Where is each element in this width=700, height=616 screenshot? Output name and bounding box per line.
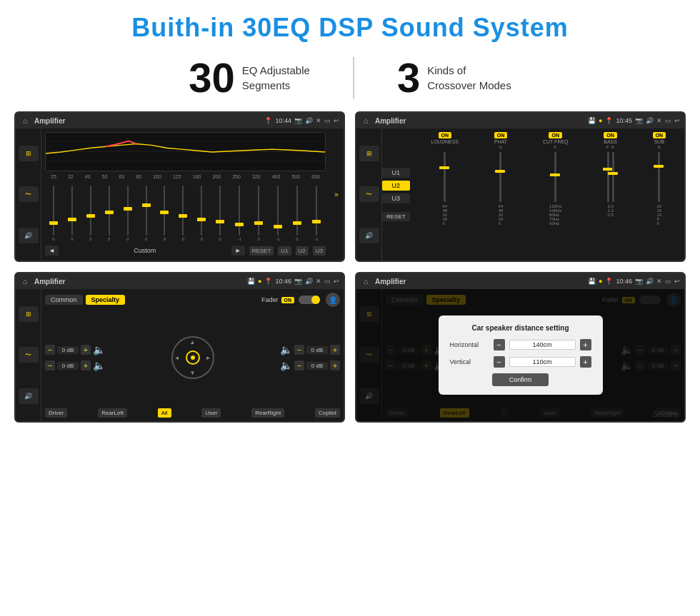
xo-close-icon[interactable]: ✕ [656,117,662,124]
spd-home-icon[interactable]: ⌂ [361,276,371,286]
eq-slider-13[interactable]: 0 [296,186,298,243]
xo-bass-on[interactable]: ON [604,132,617,138]
eq-slider-10[interactable]: -1 [238,186,241,243]
sp-ch3-plus[interactable]: + [330,345,340,355]
eq-u2-btn[interactable]: U2 [296,246,309,256]
sp-sidebar-btn-1[interactable]: ⊞ [19,306,39,322]
sp-ch2-plus[interactable]: + [81,360,91,370]
sp-all-btn[interactable]: All [158,408,171,418]
sp-ch3: 🔈 − 0 dB + [280,344,340,355]
xo-u3-btn[interactable]: U3 [382,193,410,203]
minimize-icon[interactable]: ▭ [324,117,331,124]
xo-min-icon[interactable]: ▭ [665,117,671,124]
eq-slider-12[interactable]: -1 [276,186,279,243]
sp-ch2-minus[interactable]: − [45,360,55,370]
eq-sidebar-btn-2[interactable]: 〜 [19,186,39,202]
eq-slider-1[interactable]: 0 [71,186,73,243]
sp-vol-icon[interactable]: 🔊 [305,278,313,285]
xo-loudness-on[interactable]: ON [439,132,452,138]
close-icon[interactable]: ✕ [316,117,321,124]
eq-slider-2[interactable]: 0 [89,186,91,243]
eq-slider-4[interactable]: 0 [126,186,129,243]
xo-sidebar-btn-3[interactable]: 🔊 [359,228,379,243]
dialog-confirm-btn[interactable]: Confirm [492,373,549,386]
xo-reset-btn[interactable]: RESET [382,212,410,221]
dialog-v-value: 110cm [509,357,576,367]
eq-slider-7[interactable]: 0 [182,186,184,243]
sp-tab-specialty[interactable]: Specialty [86,295,126,305]
sp-driver-btn[interactable]: Driver [45,408,67,418]
xo-cutfreq-label: CUT FREQ [543,139,569,144]
eq-next-btn[interactable]: ► [231,246,245,256]
sp-back-icon[interactable]: ↩ [334,278,339,285]
xo-u1-btn[interactable]: U1 [382,168,410,178]
eq-reset-btn[interactable]: RESET [249,246,274,256]
xo-vol-icon[interactable]: 🔊 [646,117,654,124]
xo-cutfreq: ON CUT FREQ F 120Hz100Hz80Hz70Hz60Hz [543,132,569,226]
eq-slider-9[interactable]: 0 [219,186,221,243]
xo-sub-on[interactable]: ON [653,132,666,138]
eq-custom-label: Custom [63,247,227,254]
sp-tab-common[interactable]: Common [45,295,83,305]
eq-slider-6[interactable]: 0 [164,186,166,243]
xo-sidebar-btn-2[interactable]: 〜 [359,186,379,202]
eq-slider-14[interactable]: -1 [314,186,318,243]
eq-slider-11[interactable]: 0 [257,186,259,243]
xo-cutfreq-on[interactable]: ON [549,132,562,138]
eq-scroll-right[interactable]: » [334,191,339,198]
sp-user-icon[interactable]: 👤 [326,293,340,307]
xo-phat-on[interactable]: ON [494,132,508,138]
dialog-h-plus[interactable]: + [580,339,591,350]
sp-min-icon[interactable]: ▭ [324,278,331,285]
xo-u2-btn[interactable]: U2 [382,181,410,191]
sp-sidebar-btn-2[interactable]: 〜 [19,347,39,363]
sp-home-icon[interactable]: ⌂ [20,276,30,286]
pin-icon: 📍 [264,117,272,124]
eq-sidebar: ⊞ 〜 🔊 [16,128,41,261]
eq-u1-btn[interactable]: U1 [278,246,291,256]
back-icon[interactable]: ↩ [334,117,339,124]
screen-sp-title: Amplifier [34,278,243,286]
sp-joystick[interactable]: ▲ ▼ ◄ ► [168,333,218,383]
sp-ch3-minus[interactable]: − [294,345,304,355]
dialog-h-minus[interactable]: − [494,339,505,350]
sp-rear-left-btn[interactable]: RearLeft [98,408,127,418]
eq-slider-0[interactable]: 0 [52,186,54,243]
sp-rear-right-btn[interactable]: RearRight [251,408,284,418]
home-icon[interactable]: ⌂ [20,116,30,126]
sp-sidebar-btn-3[interactable]: 🔊 [19,388,39,404]
xo-back-icon[interactable]: ↩ [674,117,680,124]
spd-vol-icon[interactable]: 🔊 [646,278,654,285]
spd-min-icon[interactable]: ▭ [665,278,671,285]
eq-prev-btn[interactable]: ◄ [45,246,59,256]
xo-sidebar: ⊞ 〜 🔊 [356,128,382,261]
sp-ch4-plus[interactable]: + [330,360,340,370]
sp-ch4-minus[interactable]: − [294,360,304,370]
spd-back-icon[interactable]: ↩ [674,278,680,285]
eq-slider-3[interactable]: 5 [108,186,110,243]
eq-sidebar-btn-3[interactable]: 🔊 [19,228,39,243]
eq-sidebar-btn-1[interactable]: ⊞ [19,146,39,161]
sp-fader-on[interactable]: ON [281,297,295,303]
spd-close-icon[interactable]: ✕ [656,278,662,285]
screen-eq-title: Amplifier [34,117,260,125]
sp-ch1-plus[interactable]: + [81,345,91,355]
eq-sliders: 0 0 0 5 0 0 0 0 [45,182,326,243]
dialog-v-plus[interactable]: + [580,356,591,368]
xo-modules-area: ON LOUDNESS 644832160 ON PHAT [413,128,684,261]
sp-copilot-btn[interactable]: Copilot [315,408,340,418]
sp-joystick-dot [191,355,195,360]
eq-slider-5[interactable]: 0 [145,186,147,243]
dialog-v-minus[interactable]: − [494,356,505,368]
sp-ch1-val: 0 dB [57,346,79,354]
sp-user-btn[interactable]: User [201,408,221,418]
volume-icon[interactable]: 🔊 [305,117,313,124]
eq-graph [45,132,326,171]
xo-home-icon[interactable]: ⌂ [361,116,371,126]
sp-close-icon[interactable]: ✕ [316,278,321,285]
eq-slider-8[interactable]: 0 [201,186,203,243]
xo-sidebar-btn-1[interactable]: ⊞ [359,146,379,161]
eq-u3-btn[interactable]: U3 [313,246,326,256]
stats-row: 30 EQ Adjustable Segments 3 Kinds of Cro… [0,50,700,111]
sp-ch1-minus[interactable]: − [45,345,55,355]
